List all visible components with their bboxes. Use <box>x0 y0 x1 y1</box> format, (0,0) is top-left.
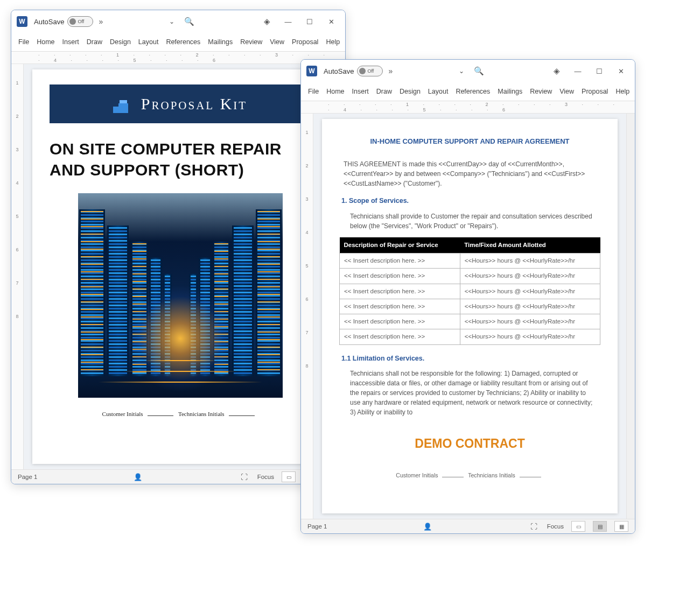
diamond-icon[interactable]: ◈ <box>550 66 564 76</box>
tab-help[interactable]: Help <box>322 38 344 46</box>
accessibility-icon[interactable]: 👤 <box>421 523 434 531</box>
vertical-ruler[interactable]: 1 2 3 4 5 6 7 8 <box>11 64 24 469</box>
titlebar: W AutoSave Off » ⌄ 🔍 ◈ — ☐ ✕ <box>301 60 635 82</box>
tab-draw[interactable]: Draw <box>373 88 396 95</box>
title-dropdown-icon[interactable]: ⌄ <box>169 18 174 25</box>
demo-contract-label: DEMO CONTRACT <box>339 434 600 453</box>
web-layout-button[interactable]: ▦ <box>614 521 628 532</box>
title-dropdown-icon[interactable]: ⌄ <box>459 67 464 75</box>
tab-design[interactable]: Design <box>396 88 424 95</box>
page-number-label[interactable]: Page 1 <box>18 474 37 480</box>
word-app-icon: W <box>306 66 317 76</box>
maximize-button[interactable]: ☐ <box>589 60 610 82</box>
tab-view[interactable]: View <box>266 38 288 46</box>
horizontal-ruler[interactable]: · · · · · 1 · · · · 2 · · · · 3 · · · · … <box>11 52 345 64</box>
diamond-icon[interactable]: ◈ <box>260 17 274 26</box>
tab-layout[interactable]: Layout <box>424 88 452 95</box>
tab-review[interactable]: Review <box>236 38 266 46</box>
tab-mailings[interactable]: Mailings <box>494 88 526 95</box>
tab-draw[interactable]: Draw <box>83 38 106 46</box>
vertical-ruler[interactable]: 1 2 3 4 5 6 7 8 <box>301 114 313 519</box>
table-row: << Insert description here. >><<Hours>> … <box>340 299 600 314</box>
minimize-button[interactable]: — <box>277 11 299 32</box>
word-window-2: W AutoSave Off » ⌄ 🔍 ◈ — ☐ ✕ File Home I… <box>300 59 635 534</box>
table-row: << Insert description here. >><<Hours>> … <box>340 253 600 269</box>
page-number-label[interactable]: Page 1 <box>307 523 327 530</box>
tab-review[interactable]: Review <box>526 88 556 95</box>
search-icon[interactable]: 🔍 <box>182 17 196 26</box>
qat-overflow-icon[interactable]: » <box>388 67 393 75</box>
ribbon-tabs: File Home Insert Draw Design Layout Refe… <box>11 33 345 52</box>
read-mode-button[interactable]: ▭ <box>282 471 296 482</box>
search-icon[interactable]: 🔍 <box>472 66 486 76</box>
table-row: << Insert description here. >><<Hours>> … <box>340 314 600 329</box>
scope-text: Technicians shall provide to Customer th… <box>350 212 593 231</box>
document-page[interactable]: IN-HOME COMPUTER SUPPORT AND REPAIR AGRE… <box>322 119 618 513</box>
close-button[interactable]: ✕ <box>320 11 342 32</box>
agreement-intro: THIS AGREEMENT is made this <<CurrentDay… <box>344 159 596 188</box>
scope-heading: 1. Scope of Services. <box>341 196 598 206</box>
tab-file[interactable]: File <box>15 38 33 46</box>
autosave-label: AutoSave <box>34 18 64 26</box>
tab-insert[interactable]: Insert <box>59 38 83 46</box>
tab-acrobat[interactable]: Acrobat <box>633 88 635 95</box>
horizontal-ruler[interactable]: · · · · · 1 · · · · 2 · · · · 3 · · · · … <box>301 101 635 114</box>
agreement-title: IN-HOME COMPUTER SUPPORT AND REPAIR AGRE… <box>339 137 600 145</box>
titlebar: W AutoSave Off » ⌄ 🔍 ◈ — ☐ ✕ <box>11 10 345 33</box>
proposal-kit-logo-icon <box>113 95 131 113</box>
focus-icon[interactable]: ⛶ <box>239 473 250 481</box>
table-row: << Insert description here. >><<Hours>> … <box>340 269 600 284</box>
server-room-image <box>78 193 283 398</box>
ribbon-tabs: File Home Insert Draw Design Layout Refe… <box>301 82 635 101</box>
focus-label[interactable]: Focus <box>547 523 564 530</box>
tab-file[interactable]: File <box>304 88 323 95</box>
tab-references[interactable]: References <box>162 38 204 46</box>
document-page[interactable]: Proposal Kit ON SITE COMPUTER REPAIR AND… <box>32 69 328 464</box>
table-header-time: Time/Fixed Amount Allotted <box>460 237 600 253</box>
tab-proposal[interactable]: Proposal <box>578 88 612 95</box>
tab-insert[interactable]: Insert <box>348 88 373 95</box>
initials-line: Customer Initials Technicians Initials <box>50 411 311 417</box>
statusbar: Page 1 👤 ⛶ Focus ▭ ▤ ▦ <box>11 469 345 484</box>
vertical-scrollbar[interactable] <box>626 114 635 519</box>
tab-references[interactable]: References <box>452 88 494 95</box>
maximize-button[interactable]: ☐ <box>299 11 320 32</box>
autosave-toggle[interactable]: Off <box>67 16 93 27</box>
qat-overflow-icon[interactable]: » <box>99 17 103 26</box>
autosave-toggle[interactable]: Off <box>357 66 383 76</box>
table-row: << Insert description here. >><<Hours>> … <box>340 329 600 344</box>
document-area: 1 2 3 4 5 6 7 8 Proposal Kit ON SITE COM… <box>11 64 345 469</box>
minimize-button[interactable]: — <box>567 60 589 82</box>
tab-view[interactable]: View <box>556 88 578 95</box>
tab-home[interactable]: Home <box>33 38 58 46</box>
read-mode-button[interactable]: ▭ <box>571 521 585 532</box>
limitation-text: Technicians shall not be responsible for… <box>350 369 593 417</box>
focus-icon[interactable]: ⛶ <box>528 523 540 531</box>
initials-line: Customer Initials Technicians Initials <box>339 471 600 480</box>
focus-label[interactable]: Focus <box>257 474 274 480</box>
document-area: 1 2 3 4 5 6 7 8 IN-HOME COMPUTER SUPPORT… <box>301 114 635 519</box>
tab-help[interactable]: Help <box>612 88 633 95</box>
table-header-description: Description of Repair or Service <box>340 237 460 253</box>
document-title: ON SITE COMPUTER REPAIR AND SUPPORT (SHO… <box>50 138 311 180</box>
tab-proposal[interactable]: Proposal <box>288 38 322 46</box>
services-table: Description of Repair or Service Time/Fi… <box>339 237 600 345</box>
proposal-kit-banner: Proposal Kit <box>50 84 311 123</box>
tab-acrobat[interactable]: Acrobat <box>344 38 345 46</box>
autosave-label: AutoSave <box>324 67 354 75</box>
tab-mailings[interactable]: Mailings <box>204 38 236 46</box>
statusbar: Page 1 👤 ⛶ Focus ▭ ▤ ▦ <box>301 519 635 533</box>
close-button[interactable]: ✕ <box>610 60 632 82</box>
banner-brand-text: Proposal Kit <box>141 95 247 113</box>
tab-layout[interactable]: Layout <box>135 38 163 46</box>
tab-design[interactable]: Design <box>106 38 135 46</box>
table-row: << Insert description here. >><<Hours>> … <box>340 284 600 299</box>
tab-home[interactable]: Home <box>323 88 348 95</box>
word-app-icon: W <box>17 16 27 27</box>
word-window-1: W AutoSave Off » ⌄ 🔍 ◈ — ☐ ✕ File Home I… <box>11 10 346 484</box>
accessibility-icon[interactable]: 👤 <box>131 473 144 481</box>
limitation-heading: 1.1 Limitation of Services. <box>341 354 598 364</box>
print-layout-button[interactable]: ▤ <box>593 521 607 532</box>
